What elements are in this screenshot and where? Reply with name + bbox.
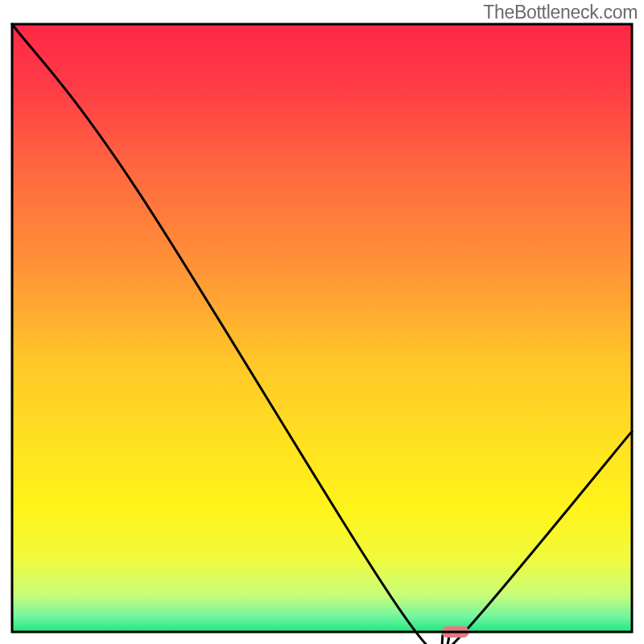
watermark-text: TheBottleneck.com (483, 2, 638, 23)
chart-container: TheBottleneck.com (0, 0, 644, 644)
bottleneck-chart (0, 0, 644, 644)
plot-background (12, 24, 632, 632)
